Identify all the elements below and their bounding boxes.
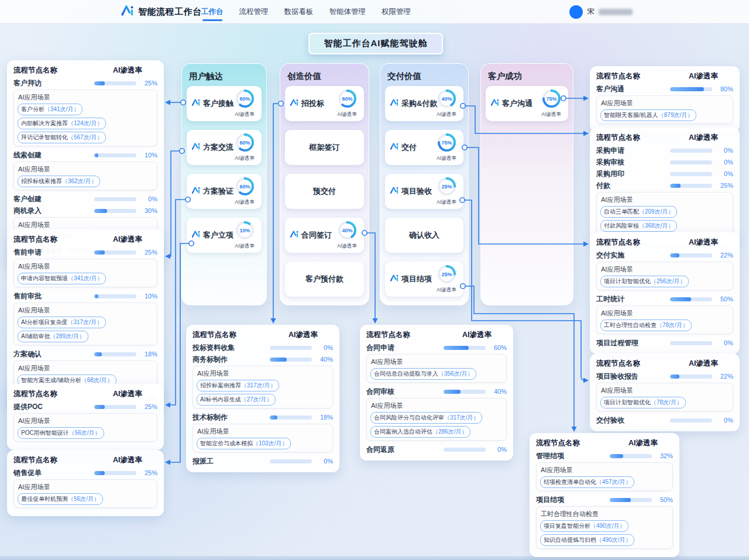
detail-card-poc: 流程节点名称AI渗透率提供POC25%AI应用场景POC用例智能设计（56次/月…	[7, 384, 164, 450]
ai-rate-bar	[444, 448, 486, 452]
ai-rate-ring-label: AI渗透率	[231, 111, 259, 118]
ai-scenario-tag[interactable]: 自动三单匹配（209次/月）	[600, 206, 677, 218]
ai-scenario-tag[interactable]: 付款风险审核（368次/月）	[600, 220, 677, 232]
tag-count: （457次/月）	[596, 478, 631, 486]
ai-scenario-tag[interactable]: 最佳促单时机预测（56次/月）	[18, 493, 103, 505]
node-card-方案交流[interactable]: 方案交流60%AI渗透率	[187, 130, 262, 165]
node-card-项目验收[interactable]: 项目验收25%AI渗透率	[385, 174, 463, 209]
process-node-row: 售前审批10%	[13, 291, 157, 301]
tag-count: （368次/月）	[639, 222, 674, 230]
node-card-交付[interactable]: 交付75%AI渗透率	[385, 130, 463, 165]
node-card-方案验证[interactable]: 方案验证60%AI渗透率	[187, 174, 262, 209]
ai-scenario-tag[interactable]: 客户分析（341次/月）	[18, 104, 83, 115]
tab-工作台[interactable]: 工作台	[201, 0, 224, 23]
process-node-name: 合同返原	[366, 445, 444, 455]
node-card-客户沟通[interactable]: 客户沟通75%AI渗透率	[486, 86, 568, 121]
node-card-客户接触[interactable]: 客户接触60%AI渗透率	[187, 86, 262, 121]
ai-scenario-label: AI应用场景	[601, 265, 729, 274]
ai-scenario-tag[interactable]: 项目计划智能优化（256次/月）	[600, 276, 689, 287]
node-column-header: 流程节点名称	[13, 66, 57, 75]
process-node-row: 售前申请25%	[13, 247, 157, 257]
ai-scenario-label: AI应用场景	[18, 306, 153, 315]
ai-logo-icon	[191, 229, 201, 239]
node-card-框架签订[interactable]: 框架签订	[285, 130, 364, 165]
ai-scenario-tag[interactable]: 内部解决方案推荐（124次/月）	[18, 118, 106, 129]
ai-scenario-tags: 智能定价与成本模拟（103次/月）	[197, 438, 329, 449]
ai-scenario-tag[interactable]: 合同案例入选自动评估（286次/月）	[370, 426, 470, 438]
ai-rate-bar	[444, 390, 486, 394]
ai-scenario-label: AI应用场景	[197, 369, 329, 378]
ai-scenario-box: AI应用场景AI分析项目复杂度（317次/月）AI辅助审批（289次/月）	[13, 303, 157, 345]
ai-scenario-tags: 招投标线索推荐（362次/月）	[18, 176, 153, 187]
ai-rate-value: 10%	[239, 228, 250, 233]
ai-scenario-label: AI应用场景	[541, 466, 669, 475]
ai-rate-donut: 60%	[234, 88, 256, 109]
tab-数据看板[interactable]: 数据看板	[284, 0, 314, 23]
ai-scenario-label: AI应用场景	[601, 386, 729, 395]
ai-scenario-tag[interactable]: 知识自动提炼与归档（490次/月）	[540, 534, 634, 546]
ai-scenario-tag[interactable]: 合同信息自动提取与录入（356次/月）	[370, 368, 476, 380]
ai-rate-percent: 30%	[136, 207, 157, 214]
ai-rate-bar	[94, 197, 136, 201]
detail-card-delivery: 流程节点名称AI渗透率交付实施22%AI应用场景项目计划智能优化（256次/月）…	[590, 232, 740, 354]
ai-scenario-tag[interactable]: AI辅助审批（289次/月）	[18, 331, 88, 342]
ai-scenario-tag[interactable]: 合同风险评分与自动化评审（317次/月）	[370, 412, 482, 424]
node-card-确认收入[interactable]: 确认收入	[385, 218, 463, 253]
avatar[interactable]	[569, 5, 583, 19]
ai-scenario-tag[interactable]: 项目计划智能优化（78次/月）	[600, 397, 686, 408]
process-node-row: 客户拜访25%	[13, 78, 157, 88]
node-card-客户预付款[interactable]: 客户预付款	[285, 262, 364, 297]
ai-rate-percent: 18%	[312, 414, 333, 421]
tab-流程管理[interactable]: 流程管理	[239, 0, 269, 23]
node-card-合同签订[interactable]: 合同签订40%AI渗透率	[285, 218, 364, 253]
ai-scenario-tag[interactable]: 招投标案例推荐（317次/月）	[197, 380, 279, 391]
process-node-name: 交付实施	[596, 250, 670, 260]
ai-scenario-tag[interactable]: 智能聊天客服/机器人（879次/月）	[600, 109, 696, 121]
user-area[interactable]: 宋	[569, 0, 633, 23]
process-node-name: 采购审核	[596, 157, 670, 167]
node-card-客户立项[interactable]: 客户立项10%AI渗透率	[187, 218, 262, 253]
ai-scenario-label: AI应用场景	[18, 483, 153, 492]
ai-rate-bar	[94, 352, 136, 356]
ai-scenario-tag[interactable]: 工时合理性自动检查（78次/月）	[600, 319, 692, 331]
tag-text: 合同风险评分与自动化评审	[374, 414, 444, 422]
process-node-row: 提供POC25%	[13, 401, 157, 412]
tab-权限管理[interactable]: 权限管理	[382, 0, 411, 23]
rate-column-header: AI渗透率	[462, 330, 492, 340]
tag-text: 招投标线索推荐	[21, 177, 62, 185]
ai-scenario-tag[interactable]: 项目复盘智能分析（490次/月）	[540, 520, 628, 532]
ai-scenario-tag[interactable]: AI标书内容生成（27次/月）	[197, 394, 276, 406]
ai-scenario-tag[interactable]: 结项检查清单自动化（457次/月）	[540, 476, 634, 488]
node-card-采购&付款[interactable]: 采购&付款40%AI渗透率	[385, 86, 463, 121]
tab-智能体管理[interactable]: 智能体管理	[329, 0, 366, 23]
ai-scenario-tag[interactable]: AI分析项目复杂度（317次/月）	[18, 317, 106, 328]
ai-rate-donut: 25%	[436, 176, 458, 197]
node-card-项目结项[interactable]: 项目结项25%AI渗透率	[385, 262, 463, 297]
ai-scenario-tag[interactable]: 智能定价与成本模拟（103次/月）	[197, 438, 291, 449]
ai-rate-ring-label: AI渗透率	[432, 199, 461, 206]
process-node-name: 投标资料收集	[193, 343, 270, 353]
node-card-预交付[interactable]: 预交付	[285, 174, 364, 209]
rate-column-header: AI渗透率	[689, 359, 718, 369]
ai-rate-bar-fill	[444, 346, 469, 350]
flow-column-create-value: 创造价值招投标60%AI渗透率框架签订预交付合同签订40%AI渗透率客户预付款	[280, 63, 369, 305]
process-node-row: 技术标制作18%	[193, 412, 333, 422]
tag-text: 项目复盘智能分析	[544, 522, 590, 530]
process-node-row: 商机录入30%	[13, 205, 157, 216]
ai-rate-ring: 25%AI渗透率	[432, 176, 461, 206]
ai-rate-ring: 75%AI渗透率	[432, 132, 461, 162]
node-name: 方案验证	[203, 186, 233, 197]
tag-count: （317次/月）	[444, 414, 479, 422]
node-card-招投标[interactable]: 招投标60%AI渗透率	[285, 86, 364, 121]
ai-rate-percent: 0%	[712, 417, 733, 424]
ai-scenario-tag[interactable]: POC用例智能设计（56次/月）	[18, 427, 104, 439]
tag-text: 拜访记录智能转化	[21, 133, 68, 142]
ai-scenario-tag[interactable]: 拜访记录智能转化（567次/月）	[18, 132, 106, 143]
ai-scenario-tag[interactable]: 招投标线索推荐（362次/月）	[18, 176, 100, 187]
ai-rate-bar	[94, 471, 136, 475]
arrow-icon	[165, 254, 170, 259]
node-column-header: 流程节点名称	[13, 389, 57, 399]
rate-column-header: AI渗透率	[113, 235, 142, 245]
ai-scenario-tag[interactable]: 申请内容智能预填（341次/月）	[18, 273, 106, 284]
ai-scenario-tags: 自动三单匹配（209次/月）付款风险审核（368次/月）	[600, 206, 729, 232]
